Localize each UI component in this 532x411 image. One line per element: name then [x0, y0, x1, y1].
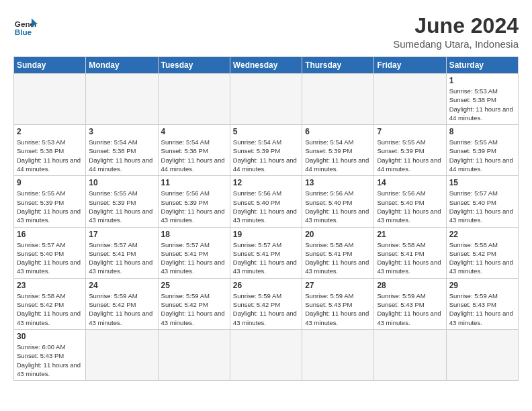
day-number: 15 — [449, 178, 515, 187]
svg-text:Blue: Blue — [15, 28, 32, 36]
day-info: Sunrise: 5:57 AM Sunset: 5:40 PM Dayligh… — [17, 240, 83, 276]
day-number: 10 — [89, 178, 154, 187]
day-info: Sunrise: 5:58 AM Sunset: 5:42 PM Dayligh… — [449, 240, 515, 276]
day-number: 14 — [377, 178, 443, 187]
day-info: Sunrise: 5:56 AM Sunset: 5:40 PM Dayligh… — [233, 189, 299, 224]
day-info: Sunrise: 5:59 AM Sunset: 5:43 PM Dayligh… — [305, 291, 371, 327]
day-number: 29 — [449, 281, 515, 290]
calendar-cell: 29Sunrise: 5:59 AM Sunset: 5:43 PM Dayli… — [446, 278, 518, 329]
day-number: 7 — [377, 127, 443, 136]
day-number: 24 — [89, 281, 154, 290]
day-number: 18 — [161, 230, 227, 239]
day-info: Sunrise: 5:57 AM Sunset: 5:40 PM Dayligh… — [449, 189, 515, 224]
calendar-cell: 14Sunrise: 5:56 AM Sunset: 5:40 PM Dayli… — [374, 176, 446, 227]
day-header-saturday: Saturday — [446, 57, 518, 74]
calendar-cell — [302, 329, 374, 380]
calendar-week-2: 2Sunrise: 5:53 AM Sunset: 5:38 PM Daylig… — [14, 125, 519, 176]
day-info: Sunrise: 5:55 AM Sunset: 5:39 PM Dayligh… — [449, 138, 515, 173]
calendar-week-5: 23Sunrise: 5:58 AM Sunset: 5:42 PM Dayli… — [14, 278, 519, 329]
day-info: Sunrise: 5:58 AM Sunset: 5:42 PM Dayligh… — [17, 291, 83, 327]
calendar-cell: 5Sunrise: 5:54 AM Sunset: 5:39 PM Daylig… — [230, 125, 302, 176]
day-info: Sunrise: 5:57 AM Sunset: 5:41 PM Dayligh… — [161, 240, 227, 276]
calendar-cell — [86, 74, 158, 125]
day-info: Sunrise: 5:57 AM Sunset: 5:41 PM Dayligh… — [233, 240, 299, 276]
day-number: 19 — [233, 230, 299, 239]
day-info: Sunrise: 5:58 AM Sunset: 5:41 PM Dayligh… — [377, 240, 443, 276]
day-number: 17 — [89, 230, 154, 239]
calendar-cell: 23Sunrise: 5:58 AM Sunset: 5:42 PM Dayli… — [14, 278, 86, 329]
day-info: Sunrise: 5:59 AM Sunset: 5:42 PM Dayligh… — [89, 291, 154, 327]
day-info: Sunrise: 5:54 AM Sunset: 5:38 PM Dayligh… — [89, 138, 154, 173]
day-number: 12 — [233, 178, 299, 187]
day-info: Sunrise: 5:59 AM Sunset: 5:42 PM Dayligh… — [233, 291, 299, 327]
day-number: 8 — [449, 127, 515, 136]
calendar-cell: 17Sunrise: 5:57 AM Sunset: 5:41 PM Dayli… — [86, 227, 158, 278]
calendar-cell — [158, 74, 230, 125]
day-info: Sunrise: 5:54 AM Sunset: 5:39 PM Dayligh… — [233, 138, 299, 173]
day-info: Sunrise: 5:55 AM Sunset: 5:39 PM Dayligh… — [377, 138, 443, 173]
calendar-cell — [302, 74, 374, 125]
calendar-cell: 10Sunrise: 5:55 AM Sunset: 5:39 PM Dayli… — [86, 176, 158, 227]
calendar-cell: 8Sunrise: 5:55 AM Sunset: 5:39 PM Daylig… — [446, 125, 518, 176]
calendar-cell: 22Sunrise: 5:58 AM Sunset: 5:42 PM Dayli… — [446, 227, 518, 278]
calendar-header-row: SundayMondayTuesdayWednesdayThursdayFrid… — [14, 57, 519, 74]
day-number: 11 — [161, 178, 227, 187]
calendar-cell: 20Sunrise: 5:58 AM Sunset: 5:41 PM Dayli… — [302, 227, 374, 278]
logo-icon: General Blue — [13, 13, 38, 38]
day-header-thursday: Thursday — [302, 57, 374, 74]
calendar-cell — [446, 329, 518, 380]
location-subtitle: Sumedang Utara, Indonesia — [393, 38, 519, 50]
calendar-week-3: 9Sunrise: 5:55 AM Sunset: 5:39 PM Daylig… — [14, 176, 519, 227]
calendar-cell: 24Sunrise: 5:59 AM Sunset: 5:42 PM Dayli… — [86, 278, 158, 329]
calendar-cell — [14, 74, 86, 125]
calendar-cell: 13Sunrise: 5:56 AM Sunset: 5:40 PM Dayli… — [302, 176, 374, 227]
calendar-cell: 26Sunrise: 5:59 AM Sunset: 5:42 PM Dayli… — [230, 278, 302, 329]
day-number: 5 — [233, 127, 299, 136]
calendar-cell: 11Sunrise: 5:56 AM Sunset: 5:39 PM Dayli… — [158, 176, 230, 227]
calendar-cell: 3Sunrise: 5:54 AM Sunset: 5:38 PM Daylig… — [86, 125, 158, 176]
calendar-cell — [230, 329, 302, 380]
day-number: 1 — [449, 76, 515, 85]
calendar-cell: 18Sunrise: 5:57 AM Sunset: 5:41 PM Dayli… — [158, 227, 230, 278]
day-header-friday: Friday — [374, 57, 446, 74]
calendar-cell: 1Sunrise: 5:53 AM Sunset: 5:38 PM Daylig… — [446, 74, 518, 125]
day-info: Sunrise: 5:54 AM Sunset: 5:38 PM Dayligh… — [161, 138, 227, 173]
day-number: 6 — [305, 127, 371, 136]
day-info: Sunrise: 5:54 AM Sunset: 5:39 PM Dayligh… — [305, 138, 371, 173]
calendar-table: SundayMondayTuesdayWednesdayThursdayFrid… — [13, 56, 519, 381]
day-number: 25 — [161, 281, 227, 290]
calendar-cell: 9Sunrise: 5:55 AM Sunset: 5:39 PM Daylig… — [14, 176, 86, 227]
day-number: 27 — [305, 281, 371, 290]
day-number: 16 — [17, 230, 83, 239]
day-number: 13 — [305, 178, 371, 187]
day-info: Sunrise: 5:58 AM Sunset: 5:41 PM Dayligh… — [305, 240, 371, 276]
day-info: Sunrise: 5:55 AM Sunset: 5:39 PM Dayligh… — [17, 189, 83, 224]
day-number: 26 — [233, 281, 299, 290]
calendar-cell — [86, 329, 158, 380]
day-info: Sunrise: 5:56 AM Sunset: 5:39 PM Dayligh… — [161, 189, 227, 224]
calendar-cell: 25Sunrise: 5:59 AM Sunset: 5:42 PM Dayli… — [158, 278, 230, 329]
calendar-cell — [374, 329, 446, 380]
calendar-cell: 15Sunrise: 5:57 AM Sunset: 5:40 PM Dayli… — [446, 176, 518, 227]
day-header-tuesday: Tuesday — [158, 57, 230, 74]
day-number: 9 — [17, 178, 83, 187]
day-number: 30 — [17, 332, 83, 341]
calendar-cell — [158, 329, 230, 380]
day-info: Sunrise: 5:57 AM Sunset: 5:41 PM Dayligh… — [89, 240, 154, 276]
day-number: 4 — [161, 127, 227, 136]
month-title: June 2024 — [393, 13, 519, 38]
day-number: 20 — [305, 230, 371, 239]
day-number: 2 — [17, 127, 83, 136]
day-number: 21 — [377, 230, 443, 239]
day-header-monday: Monday — [86, 57, 158, 74]
day-info: Sunrise: 5:56 AM Sunset: 5:40 PM Dayligh… — [305, 189, 371, 224]
day-info: Sunrise: 5:59 AM Sunset: 5:43 PM Dayligh… — [449, 291, 515, 327]
day-info: Sunrise: 5:55 AM Sunset: 5:39 PM Dayligh… — [89, 189, 154, 224]
calendar-cell: 6Sunrise: 5:54 AM Sunset: 5:39 PM Daylig… — [302, 125, 374, 176]
calendar-cell: 7Sunrise: 5:55 AM Sunset: 5:39 PM Daylig… — [374, 125, 446, 176]
calendar-week-1: 1Sunrise: 5:53 AM Sunset: 5:38 PM Daylig… — [14, 74, 519, 125]
calendar-cell: 2Sunrise: 5:53 AM Sunset: 5:38 PM Daylig… — [14, 125, 86, 176]
day-info: Sunrise: 5:53 AM Sunset: 5:38 PM Dayligh… — [17, 138, 83, 173]
calendar-cell — [374, 74, 446, 125]
day-header-sunday: Sunday — [14, 57, 86, 74]
